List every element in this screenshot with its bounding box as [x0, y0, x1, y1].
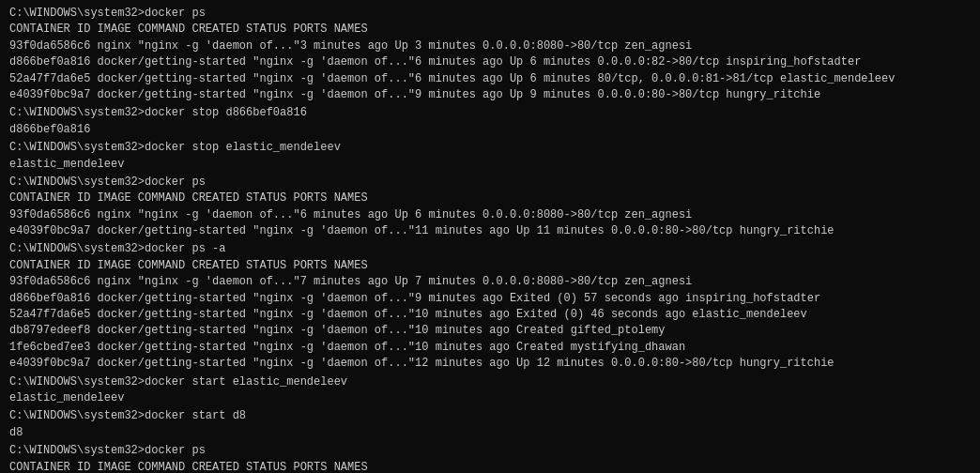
table-row: 52a47f7da6e5 docker/getting-started "ngi…: [9, 71, 971, 87]
command-output: elastic_mendeleev: [9, 390, 971, 406]
prompt-line: C:\WINDOWS\system32>docker ps: [9, 443, 971, 459]
table-row: 52a47f7da6e5 docker/getting-started "ngi…: [9, 307, 971, 323]
terminal-section: C:\WINDOWS\system32>docker stop d866bef0…: [9, 105, 971, 138]
prompt: C:\WINDOWS\system32>docker ps: [9, 7, 206, 20]
table-row: d866bef0a816 docker/getting-started "ngi…: [9, 54, 971, 70]
table-row: e4039f0bc9a7 docker/getting-started "ngi…: [9, 223, 971, 239]
prompt-line: C:\WINDOWS\system32>docker stop d866bef0…: [9, 105, 971, 121]
prompt: C:\WINDOWS\system32>docker stop d866bef0…: [9, 106, 307, 119]
prompt: C:\WINDOWS\system32>docker ps: [9, 444, 206, 457]
terminal-section: C:\WINDOWS\system32>docker start elastic…: [9, 374, 971, 407]
table-header: CONTAINER ID IMAGE COMMAND CREATED STATU…: [9, 258, 971, 274]
terminal-section: C:\WINDOWS\system32>docker start d8d8: [9, 408, 971, 441]
prompt: C:\WINDOWS\system32>docker start elastic…: [9, 375, 347, 389]
prompt: C:\WINDOWS\system32>docker stop elastic_…: [9, 141, 341, 154]
prompt: C:\WINDOWS\system32>docker ps: [9, 175, 206, 189]
prompt-line: C:\WINDOWS\system32>docker stop elastic_…: [9, 140, 971, 156]
terminal-section: C:\WINDOWS\system32>docker psCONTAINER I…: [9, 175, 971, 240]
table-header: CONTAINER ID IMAGE COMMAND CREATED STATU…: [9, 22, 971, 38]
command-output: elastic_mendeleev: [9, 157, 971, 173]
prompt-line: C:\WINDOWS\system32>docker start elastic…: [9, 374, 971, 390]
command-output: d8: [9, 425, 971, 441]
table-header: CONTAINER ID IMAGE COMMAND CREATED STATU…: [9, 191, 971, 206]
terminal-section: C:\WINDOWS\system32>docker psCONTAINER I…: [9, 6, 971, 103]
prompt-line: C:\WINDOWS\system32>docker ps: [9, 6, 971, 22]
table-row: 93f0da6586c6 nginx "nginx -g 'daemon of.…: [9, 207, 971, 223]
prompt-line: C:\WINDOWS\system32>docker start d8: [9, 408, 971, 424]
prompt: C:\WINDOWS\system32>docker ps -a: [9, 242, 225, 255]
terminal-section: C:\WINDOWS\system32>docker stop elastic_…: [9, 140, 971, 173]
prompt-line: C:\WINDOWS\system32>docker ps -a: [9, 241, 971, 257]
table-row: 93f0da6586c6 nginx "nginx -g 'daemon of.…: [9, 274, 971, 290]
table-row: 1fe6cbed7ee3 docker/getting-started "ngi…: [9, 340, 971, 356]
prompt-line: C:\WINDOWS\system32>docker ps: [9, 175, 971, 191]
table-row: e4039f0bc9a7 docker/getting-started "ngi…: [9, 356, 971, 372]
table-row: e4039f0bc9a7 docker/getting-started "ngi…: [9, 87, 971, 103]
terminal-section: C:\WINDOWS\system32>docker psCONTAINER I…: [9, 443, 971, 473]
terminal-section: C:\WINDOWS\system32>docker ps -aCONTAINE…: [9, 241, 971, 372]
terminal-container: C:\WINDOWS\system32>docker psCONTAINER I…: [9, 6, 971, 473]
table-row: db8797edeef8 docker/getting-started "ngi…: [9, 323, 971, 339]
command-output: d866bef0a816: [9, 122, 971, 138]
table-row: d866bef0a816 docker/getting-started "ngi…: [9, 291, 971, 307]
prompt: C:\WINDOWS\system32>docker start d8: [9, 409, 246, 422]
table-row: 93f0da6586c6 nginx "nginx -g 'daemon of.…: [9, 38, 971, 54]
table-header: CONTAINER ID IMAGE COMMAND CREATED STATU…: [9, 460, 971, 473]
